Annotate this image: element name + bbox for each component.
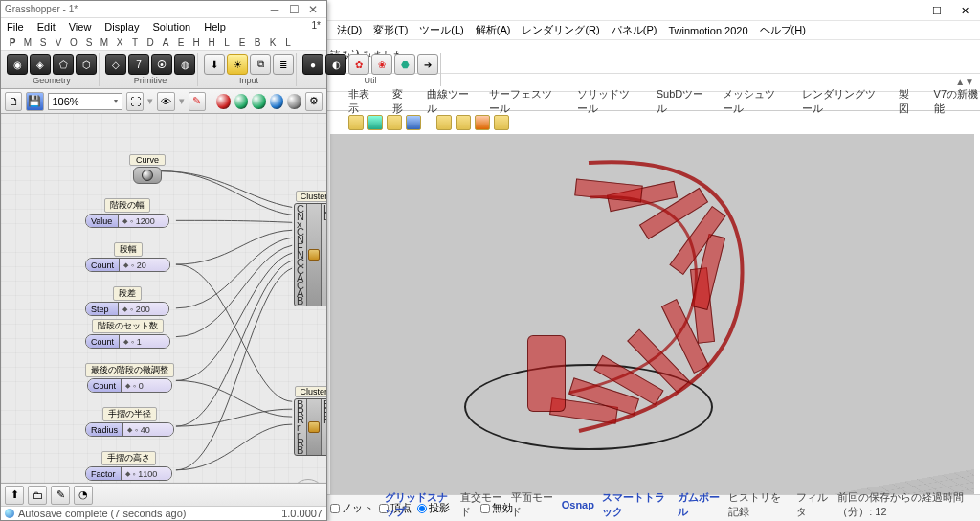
- tool-icon[interactable]: [406, 115, 421, 130]
- menu-file[interactable]: File: [7, 21, 24, 33]
- zoom-dropdown[interactable]: 106%: [48, 93, 123, 110]
- toggle-smarttrack[interactable]: スマートトラック: [602, 490, 670, 519]
- component-icon[interactable]: ●: [302, 54, 323, 75]
- shade-icon[interactable]: [234, 94, 248, 109]
- settings-icon[interactable]: ⚙: [305, 92, 323, 111]
- slider-value[interactable]: ◦ 20: [120, 259, 169, 271]
- tool-icon[interactable]: [494, 115, 509, 130]
- gh-titlebar[interactable]: Grasshopper - 1* ─ ☐ ✕: [1, 1, 326, 18]
- tool-icon[interactable]: ⬆: [5, 486, 24, 505]
- component-icon[interactable]: ≣: [273, 54, 294, 75]
- tab[interactable]: ソリッドツール: [577, 87, 639, 116]
- tool-icon[interactable]: [368, 115, 383, 130]
- category-tab[interactable]: M: [97, 37, 112, 48]
- tool-icon[interactable]: [387, 115, 402, 130]
- component-icon[interactable]: ➔: [417, 54, 438, 75]
- toggle-ortho[interactable]: 直交モード: [460, 490, 503, 519]
- tool-icon[interactable]: 🗀: [28, 486, 47, 505]
- component-icon[interactable]: 7: [128, 54, 149, 75]
- category-tab[interactable]: A: [158, 37, 173, 48]
- component-icon[interactable]: ◐: [325, 54, 346, 75]
- category-tab[interactable]: B: [250, 37, 265, 48]
- category-tab[interactable]: S: [35, 37, 51, 48]
- component-icon[interactable]: ⬠: [53, 54, 74, 75]
- category-tab[interactable]: L: [219, 37, 234, 48]
- maximize-icon[interactable]: ☐: [284, 3, 303, 16]
- tab[interactable]: SubDツール: [657, 87, 705, 116]
- toggle-history[interactable]: ヒストリを記録: [728, 490, 789, 519]
- category-tab[interactable]: O: [66, 37, 81, 48]
- tab[interactable]: サーフェスツール: [489, 87, 560, 116]
- component-icon[interactable]: ◉: [7, 54, 28, 75]
- shade-icon[interactable]: [270, 94, 283, 109]
- category-tab[interactable]: H: [204, 37, 219, 48]
- slider-value[interactable]: ◦ 1200: [119, 215, 168, 227]
- category-tab[interactable]: P: [5, 37, 20, 48]
- component-icon[interactable]: ◈: [30, 54, 51, 75]
- number-slider[interactable]: 段差Step◦ 200: [85, 286, 169, 316]
- menu-solution[interactable]: Solution: [152, 21, 190, 33]
- shade-icon[interactable]: [216, 94, 230, 109]
- component-icon[interactable]: ✿: [348, 54, 369, 75]
- toggle-osnap[interactable]: Osnap: [562, 499, 594, 510]
- shade-icon[interactable]: [252, 94, 265, 109]
- minimize-icon[interactable]: ─: [265, 3, 284, 16]
- tool-icon[interactable]: [456, 115, 471, 130]
- menu-help[interactable]: Help: [204, 21, 226, 33]
- category-tab[interactable]: S: [81, 37, 97, 48]
- tab[interactable]: 非表示: [348, 87, 375, 116]
- tab[interactable]: レンダリングツール: [802, 87, 881, 116]
- tool-icon[interactable]: ◔: [74, 486, 93, 505]
- tool-icon[interactable]: [348, 115, 364, 130]
- number-slider[interactable]: 段幅Count◦ 20: [85, 242, 170, 272]
- menu-item[interactable]: Twinmotion 2020: [666, 25, 749, 36]
- menu-item[interactable]: 変形(T): [371, 23, 410, 37]
- component-icon[interactable]: ⬣: [394, 54, 415, 75]
- component-icon[interactable]: ⬇: [204, 54, 225, 75]
- category-tab[interactable]: M: [20, 37, 35, 48]
- maximize-icon[interactable]: ☐: [932, 5, 944, 16]
- tool-icon[interactable]: [475, 115, 490, 130]
- component-icon[interactable]: ☀: [227, 54, 248, 75]
- category-tab[interactable]: T: [127, 37, 143, 48]
- toggle-gridsnap[interactable]: グリッドスナップ: [385, 490, 453, 519]
- number-slider[interactable]: 階段のセット数Count◦ 1: [85, 319, 170, 349]
- number-slider[interactable]: 最後の階段の微調整Count◦ 0: [85, 363, 174, 393]
- menu-item[interactable]: 解析(A): [474, 23, 513, 37]
- component-icon[interactable]: ⧉: [250, 54, 271, 75]
- curve-component[interactable]: Curve: [129, 154, 166, 184]
- tab[interactable]: 曲線ツール: [427, 87, 471, 116]
- shade-icon[interactable]: [287, 94, 301, 109]
- close-icon[interactable]: ✕: [303, 3, 323, 16]
- number-slider[interactable]: 階段の幅Value◦ 1200: [85, 198, 169, 228]
- category-tab[interactable]: H: [189, 37, 204, 48]
- component-icon[interactable]: ❀: [371, 54, 392, 75]
- save-icon[interactable]: 💾: [26, 92, 43, 111]
- tab[interactable]: 製図: [899, 87, 917, 116]
- slider-value[interactable]: ◦ 1100: [122, 467, 171, 480]
- tab[interactable]: 変形: [392, 87, 411, 116]
- toggle-gumball[interactable]: ガムボール: [678, 490, 721, 519]
- tab[interactable]: V7の新機能: [934, 87, 980, 116]
- gh-canvas[interactable]: Curve 階段の幅Value◦ 1200段幅Count◦ 20段差Step◦ …: [1, 114, 326, 483]
- slider-value[interactable]: ◦ 200: [119, 303, 168, 315]
- category-tab[interactable]: E: [234, 37, 250, 48]
- toggle-filter[interactable]: フィルタ: [796, 490, 831, 519]
- component-icon[interactable]: ◍: [174, 54, 195, 75]
- menu-view[interactable]: View: [69, 21, 92, 33]
- menu-display[interactable]: Display: [104, 21, 139, 33]
- new-file-icon[interactable]: 🗋: [5, 92, 22, 111]
- menu-item[interactable]: レンダリング(R): [520, 23, 601, 37]
- sketch-icon[interactable]: ✎: [189, 92, 206, 111]
- check-knot[interactable]: ノット: [330, 501, 373, 515]
- preview-icon[interactable]: 👁: [157, 92, 174, 111]
- tool-icon[interactable]: ✎: [51, 486, 70, 505]
- toggle-planar[interactable]: 平面モード: [511, 490, 554, 519]
- tool-icon[interactable]: [436, 115, 452, 130]
- category-tab[interactable]: K: [265, 37, 280, 48]
- menu-item[interactable]: 法(D): [335, 23, 364, 37]
- minimize-icon[interactable]: ─: [903, 5, 915, 16]
- category-tab[interactable]: X: [112, 37, 127, 48]
- cluster-component[interactable]: Cluster CNxCNFNCCACAB LD: [294, 191, 326, 306]
- menu-item[interactable]: ヘルプ(H): [758, 23, 808, 37]
